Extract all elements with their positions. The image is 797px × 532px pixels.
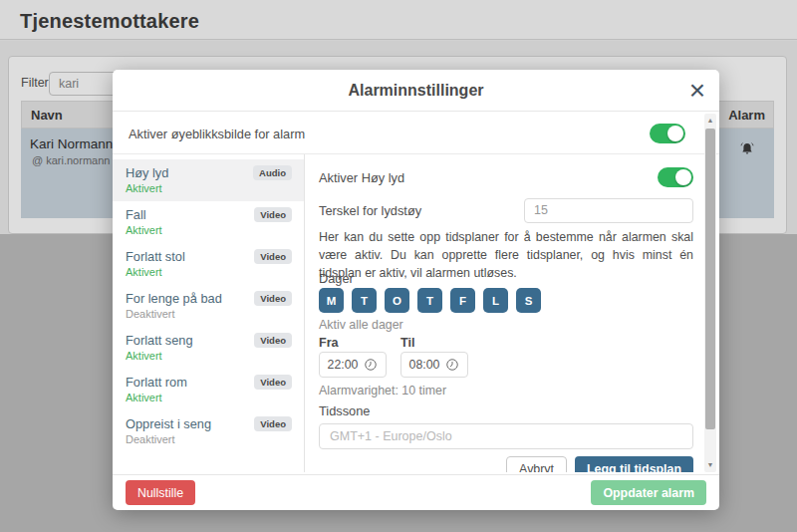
modal-header: Alarminnstillinger × [113,70,719,112]
alarm-detail-panel: Aktiver Høy lyd Terskel for lydstøy Her … [305,154,719,472]
alarm-name: Forlatt seng [126,333,193,348]
add-schedule-button[interactable]: Legg til tidsplan [575,456,693,472]
update-alarm-button[interactable]: Oppdater alarm [591,480,706,505]
enable-alarm-row: Aktiver Høy lyd [319,166,693,188]
alarm-type-badge: Video [254,249,292,264]
alarm-status: Aktivert [126,182,292,194]
day-buttons: M T O T F L S [319,286,693,311]
to-label: Til [400,336,414,349]
snapshot-toggle-row: Aktiver øyeblikksbilde for alarm [113,112,719,153]
day-button-tirsdag[interactable]: T [352,288,377,313]
alarm-name: Høy lyd [126,165,168,180]
modal-columns: Høy lydAudio Aktivert FallVideo Aktivert… [113,153,719,472]
screen: Tjenestemottakere Filter: Navn ng Alarm … [0,0,797,532]
schedule-actions: Avbryt Legg til tidsplan [319,456,693,472]
enable-alarm-toggle[interactable] [658,167,693,187]
alarm-type-badge: Video [254,291,292,306]
modal-body: Aktiver øyeblikksbilde for alarm Høy lyd… [113,112,719,474]
alarm-type-badge: Video [254,333,292,348]
alarm-type-badge: Video [254,207,292,222]
day-button-sondag[interactable]: S [516,288,541,313]
alarm-item-forlatt-seng[interactable]: Forlatt sengVideo Aktivert [113,327,304,369]
scrollbar-down-arrow-icon[interactable]: ▼ [704,459,716,471]
snapshot-toggle[interactable] [650,124,685,143]
enable-alarm-label: Aktiver Høy lyd [319,170,404,185]
alarm-status: Deaktivert [126,308,292,320]
alarm-name: Fall [126,207,146,222]
alarm-list: Høy lydAudio Aktivert FallVideo Aktivert… [113,154,305,472]
modal-title: Alarminnstillinger [113,70,719,112]
schedule-description: Her kan du sette opp tidsplaner for å be… [319,229,693,265]
timezone-label: Tidssone [319,403,693,415]
close-icon[interactable]: × [689,72,705,110]
alarm-item-forlatt-rom[interactable]: Forlatt romVideo Aktivert [113,369,304,410]
clock-icon [445,358,459,372]
alarm-type-badge: Video [254,375,292,390]
alarm-name: Oppreist i seng [126,416,211,431]
snapshot-toggle-label: Aktiver øyeblikksbilde for alarm [129,127,305,141]
from-time-value: 22:00 [328,358,359,372]
day-button-torsdag[interactable]: T [417,288,442,313]
day-button-fredag[interactable]: F [450,288,475,313]
cancel-button[interactable]: Avbryt [506,456,567,472]
from-time-input[interactable]: 22:00 [319,352,387,378]
alarm-name: Forlatt stol [126,249,185,264]
alarm-status: Aktivert [126,266,292,278]
threshold-input[interactable] [524,198,693,223]
threshold-label: Terskel for lydstøy [319,203,421,218]
alarm-name: Forlatt rom [126,375,187,390]
threshold-row: Terskel for lydstøy [319,197,693,223]
alarm-item-forlatt-stol[interactable]: Forlatt stolVideo Aktivert [113,243,304,285]
alarm-item-oppreist-i-seng[interactable]: Oppreist i sengVideo Deaktivert [113,410,304,452]
alarm-item-fall[interactable]: FallVideo Aktivert [113,201,304,243]
scrollbar-thumb[interactable] [705,129,715,429]
to-time-value: 08:00 [409,358,440,372]
to-time-input[interactable]: 08:00 [400,352,468,378]
day-button-mandag[interactable]: M [319,288,344,313]
time-inputs-row: 22:00 08:00 [319,352,693,378]
timezone-input[interactable] [319,423,693,449]
day-button-onsdag[interactable]: O [385,288,409,313]
day-button-lordag[interactable]: L [483,288,508,313]
alarm-status: Deaktivert [126,433,292,445]
alarm-type-badge: Video [254,416,292,431]
active-all-days-link[interactable]: Aktiv alle dager [319,318,693,333]
reset-button[interactable]: Nullstille [126,480,195,505]
alarm-item-hoy-lyd[interactable]: Høy lydAudio Aktivert [113,159,304,201]
alarm-settings-modal: Alarminnstillinger × Aktiver øyeblikksbi… [113,70,719,510]
scrollbar-up-arrow-icon[interactable]: ▲ [704,115,716,127]
alarm-item-for-lenge-pa-bad[interactable]: For lenge på badVideo Deaktivert [113,285,304,327]
alarm-type-badge: Audio [253,165,292,180]
alarm-duration-text: Alarmvarighet: 10 timer [319,384,693,399]
from-to-labels: Fra Til [319,336,693,349]
clock-icon [364,358,378,372]
alarm-status: Aktivert [126,224,292,236]
from-label: Fra [319,336,400,349]
alarm-name: For lenge på bad [126,291,222,306]
modal-footer: Nullstille Oppdater alarm [113,474,719,510]
alarm-status: Aktivert [126,350,292,362]
modal-scrollbar: ▲ ▼ [704,114,716,472]
alarm-status: Aktivert [126,392,292,403]
